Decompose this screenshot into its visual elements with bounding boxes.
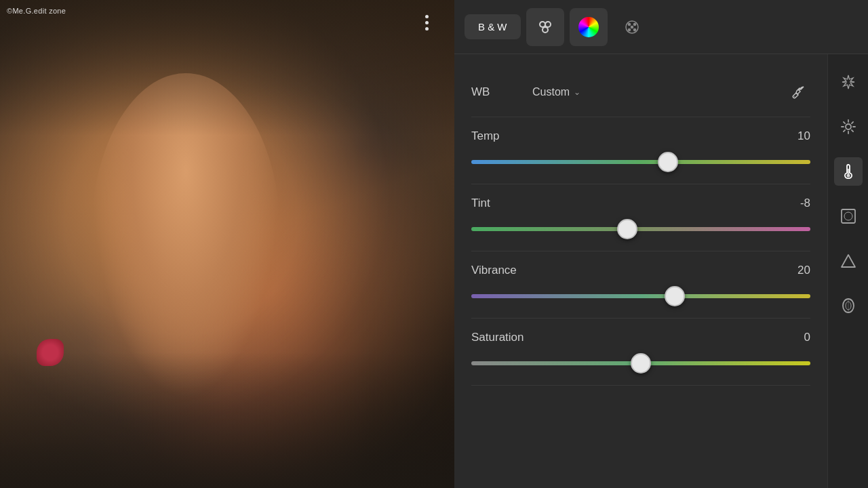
photo-panel: ©Me.G.edit zone [0, 0, 454, 488]
vignette-sidebar-button[interactable] [834, 202, 863, 230]
svg-point-2 [542, 27, 548, 33]
svg-point-1 [545, 22, 551, 27]
mixer-tab[interactable] [526, 8, 564, 46]
svg-point-7 [633, 28, 635, 30]
lens-icon [840, 298, 856, 314]
svg-point-5 [633, 23, 635, 25]
saturation-label: Saturation [471, 331, 532, 344]
eyedropper-icon [790, 84, 806, 100]
saturation-track-container[interactable] [471, 354, 810, 373]
svg-marker-23 [842, 255, 855, 267]
tint-label: Tint [471, 197, 532, 210]
foliage-top [0, 0, 454, 136]
vibrance-label: Vibrance [471, 264, 532, 277]
temp-slider-row: Temp 10 [471, 117, 810, 184]
temp-track-container[interactable] [471, 152, 810, 171]
more-options-button[interactable] [425, 15, 429, 30]
texture-icon [624, 19, 640, 35]
foliage-bottom [0, 352, 454, 488]
svg-point-6 [628, 28, 630, 30]
mixer-icon [537, 19, 553, 35]
photo-background [0, 0, 454, 488]
sparkle-icon [840, 74, 856, 90]
wb-preset-dropdown[interactable]: Custom ⌄ [532, 86, 786, 98]
vibrance-slider-row: Vibrance 20 [471, 251, 810, 319]
lens-sidebar-button[interactable] [834, 291, 863, 320]
svg-point-19 [846, 174, 850, 178]
vibrance-track [471, 294, 810, 298]
rose-element [37, 339, 64, 366]
wb-label: WB [471, 85, 532, 99]
saturation-header: Saturation 0 [471, 331, 810, 344]
dot3 [425, 27, 429, 30]
saturation-slider-row: Saturation 0 [471, 319, 810, 386]
thermometer-icon [840, 163, 856, 180]
tint-slider-row: Tint -8 [471, 184, 810, 251]
sun-icon [840, 119, 856, 135]
svg-point-0 [540, 22, 545, 27]
svg-point-10 [846, 124, 851, 129]
dot1 [425, 15, 429, 18]
tint-thumb[interactable] [617, 219, 637, 239]
dot2 [425, 21, 429, 24]
svg-line-18 [843, 130, 844, 131]
eyedropper-button[interactable] [786, 80, 810, 104]
sliders-panel: WB Custom ⌄ Temp 10 [454, 54, 827, 488]
enhance-sidebar-button[interactable] [834, 68, 863, 96]
vibrance-header: Vibrance 20 [471, 264, 810, 277]
svg-point-8 [631, 26, 633, 28]
vibrance-track-container[interactable] [471, 287, 810, 306]
top-toolbar: B & W [454, 0, 868, 54]
texture-tab[interactable] [613, 8, 651, 46]
temp-header: Temp 10 [471, 129, 810, 143]
bw-tab[interactable]: B & W [465, 14, 521, 39]
saturation-track [471, 361, 810, 365]
temp-track [471, 160, 810, 164]
tint-header: Tint -8 [471, 197, 810, 210]
temp-thumb[interactable] [658, 152, 678, 172]
tint-track-container[interactable] [471, 220, 810, 239]
tint-value: -8 [800, 197, 810, 210]
svg-line-16 [851, 130, 852, 131]
wb-preset-value: Custom [532, 86, 570, 98]
svg-point-4 [628, 23, 630, 25]
svg-line-15 [843, 122, 844, 123]
temp-value: 10 [797, 129, 810, 143]
svg-point-22 [844, 212, 852, 220]
vibrance-value: 20 [797, 264, 810, 277]
right-sidebar [827, 54, 868, 488]
tone-curve-sidebar-button[interactable] [834, 247, 863, 275]
saturation-value: 0 [804, 331, 810, 344]
watermark-text: ©Me.G.edit zone [7, 7, 66, 15]
wb-row: WB Custom ⌄ [471, 68, 810, 117]
color-wheel-tab[interactable] [570, 8, 608, 46]
triangle-icon [840, 253, 856, 269]
tint-track [471, 227, 810, 231]
vignette-icon [840, 208, 856, 224]
wb-chevron-icon: ⌄ [574, 87, 580, 97]
temp-label: Temp [471, 129, 532, 143]
svg-rect-21 [842, 209, 855, 223]
vibrance-thumb[interactable] [665, 286, 685, 306]
main-content: WB Custom ⌄ Temp 10 [454, 54, 868, 488]
svg-point-9 [794, 96, 795, 97]
light-sidebar-button[interactable] [834, 113, 863, 141]
svg-line-17 [851, 122, 852, 123]
saturation-thumb[interactable] [631, 353, 651, 373]
right-panel: B & W [454, 0, 868, 488]
color-wheel-icon [578, 17, 599, 37]
color-sidebar-button[interactable] [834, 157, 863, 186]
